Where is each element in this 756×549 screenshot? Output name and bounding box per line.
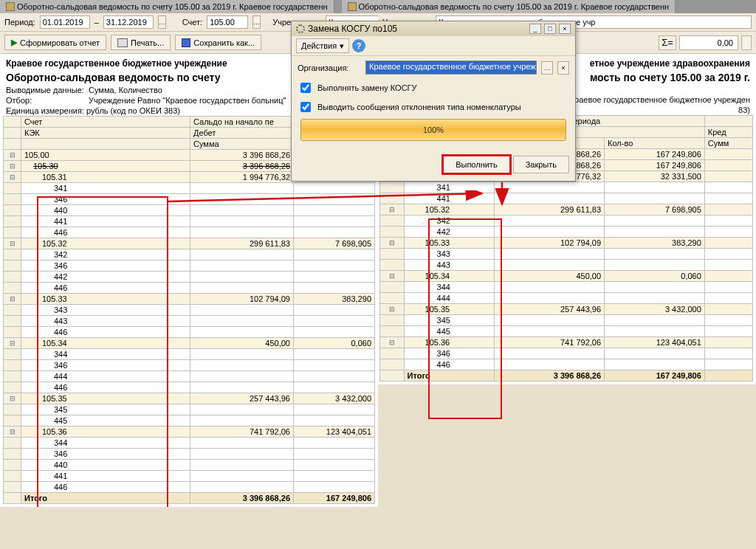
tree-toggle[interactable]: ⊟ xyxy=(4,427,21,438)
tree-toggle[interactable] xyxy=(4,404,21,415)
account-picker[interactable]: … xyxy=(252,15,261,29)
table-row[interactable]: 446 xyxy=(4,227,375,238)
tree-toggle[interactable] xyxy=(4,316,21,327)
tab-right[interactable]: Оборотно-сальдовая ведомость по счету 10… xyxy=(342,0,676,13)
tree-toggle[interactable] xyxy=(4,272,21,283)
form-report-button[interactable]: ▶Сформировать отчет xyxy=(4,35,106,50)
table-row[interactable]: 443 xyxy=(4,316,375,327)
table-row[interactable]: 441 xyxy=(4,471,375,482)
table-row[interactable]: 442 xyxy=(380,227,753,238)
tree-toggle[interactable] xyxy=(4,227,21,238)
tree-toggle[interactable] xyxy=(380,348,405,359)
table-row[interactable]: 442 xyxy=(4,272,375,283)
tree-toggle[interactable] xyxy=(4,194,21,205)
table-row[interactable]: 345 xyxy=(380,315,753,326)
tree-toggle[interactable]: ⊟ xyxy=(4,172,21,183)
period-picker[interactable]: … xyxy=(158,15,166,29)
table-row[interactable]: 445 xyxy=(4,415,375,427)
actions-menu[interactable]: Действия ▾ xyxy=(296,38,349,53)
table-row[interactable]: 445 xyxy=(380,326,753,337)
tree-toggle[interactable] xyxy=(4,438,21,449)
tree-toggle[interactable] xyxy=(380,293,405,304)
tree-toggle[interactable] xyxy=(4,327,21,338)
tree-toggle[interactable] xyxy=(380,227,405,238)
table-row[interactable]: 446 xyxy=(380,359,753,370)
table-row[interactable]: 444 xyxy=(4,371,375,382)
tree-toggle[interactable]: ⊟ xyxy=(4,338,21,349)
table-row[interactable]: 446 xyxy=(4,482,375,493)
sigma-dropdown[interactable] xyxy=(741,35,752,50)
table-row[interactable]: 441 xyxy=(380,193,753,204)
close-dialog-button[interactable]: Закрыть xyxy=(513,156,569,173)
tree-toggle[interactable]: ⊟ xyxy=(380,238,405,249)
table-row[interactable]: 341 xyxy=(380,182,753,193)
tree-toggle[interactable] xyxy=(4,283,21,294)
save-as-button[interactable]: Сохранить как... xyxy=(175,35,261,50)
table-row[interactable]: 344 xyxy=(380,282,753,293)
tree-toggle[interactable] xyxy=(380,326,405,337)
tree-toggle[interactable] xyxy=(380,315,405,326)
table-row[interactable]: 441 xyxy=(4,216,375,227)
table-row[interactable]: 443 xyxy=(380,260,753,271)
tree-toggle[interactable] xyxy=(4,415,21,427)
table-row[interactable]: 344 xyxy=(4,349,375,360)
tree-toggle[interactable] xyxy=(4,482,21,493)
maximize-button[interactable]: □ xyxy=(544,24,556,34)
close-button[interactable]: × xyxy=(559,24,571,34)
tree-toggle[interactable] xyxy=(4,360,21,371)
tree-toggle[interactable] xyxy=(4,183,21,194)
print-button[interactable]: Печать... xyxy=(111,35,171,50)
table-row[interactable]: 342 xyxy=(4,249,375,260)
table-row[interactable]: ⊟105.33102 794,09383,290 xyxy=(4,294,375,305)
table-row[interactable]: ⊟105.35257 443,963 432,000 xyxy=(380,304,753,315)
tree-toggle[interactable] xyxy=(4,471,21,482)
table-row[interactable]: ⊟105.34450,000,060 xyxy=(4,338,375,349)
table-row[interactable]: 343 xyxy=(380,249,753,260)
table-row[interactable]: 346 xyxy=(4,449,375,460)
tree-toggle[interactable] xyxy=(4,249,21,260)
table-row[interactable]: 344 xyxy=(4,438,375,449)
tree-toggle[interactable] xyxy=(4,382,21,393)
tree-toggle[interactable] xyxy=(4,349,21,360)
chk-show-messages[interactable] xyxy=(300,102,311,112)
table-row[interactable]: 346 xyxy=(4,194,375,205)
table-row[interactable]: 446 xyxy=(4,283,375,294)
table-row[interactable]: 346 xyxy=(4,360,375,371)
table-row[interactable]: 345 xyxy=(4,404,375,415)
tab-left[interactable]: Оборотно-сальдовая ведомость по счету 10… xyxy=(0,0,334,13)
tree-toggle[interactable] xyxy=(4,260,21,272)
date-to[interactable] xyxy=(103,15,154,29)
tree-toggle[interactable] xyxy=(4,205,21,216)
tree-toggle[interactable] xyxy=(380,359,405,370)
date-from[interactable] xyxy=(40,15,90,29)
tree-toggle[interactable]: ⊟ xyxy=(380,304,405,315)
table-row[interactable]: ⊟105.36741 792,06123 404,051 xyxy=(4,427,375,438)
tree-toggle[interactable] xyxy=(380,215,405,227)
sigma-button[interactable]: Σ= xyxy=(659,35,676,50)
tree-toggle[interactable]: ⊟ xyxy=(380,204,405,215)
table-row[interactable]: 446 xyxy=(4,327,375,338)
table-row[interactable]: 440 xyxy=(4,460,375,471)
tree-toggle[interactable] xyxy=(380,182,405,193)
table-row[interactable]: 446 xyxy=(4,382,375,393)
dlg-org-field[interactable]: Краевое государственное бюджетное учрежд… xyxy=(365,61,537,75)
help-button[interactable]: ? xyxy=(352,39,365,52)
minimize-button[interactable]: _ xyxy=(529,24,541,34)
tree-toggle[interactable]: ⊟ xyxy=(380,271,405,282)
table-row[interactable]: 440 xyxy=(4,205,375,216)
dlg-org-picker[interactable]: … xyxy=(541,61,553,75)
table-row[interactable]: ⊟105.33102 794,09383,290 xyxy=(380,238,753,249)
table-row[interactable]: ⊟105.32299 611,837 698,905 xyxy=(4,238,375,249)
tree-toggle[interactable] xyxy=(4,449,21,460)
table-row[interactable]: ⊟105.35257 443,963 432,000 xyxy=(4,393,375,404)
table-row[interactable]: 346 xyxy=(380,348,753,359)
tree-toggle[interactable]: ⊟ xyxy=(4,161,21,172)
tree-toggle[interactable]: ⊟ xyxy=(4,150,21,161)
tree-toggle[interactable]: ⊟ xyxy=(380,337,405,348)
tree-toggle[interactable]: ⊟ xyxy=(4,238,21,249)
table-row[interactable]: ⊟105.36741 792,06123 404,051 xyxy=(380,337,753,348)
table-row[interactable]: 342 xyxy=(380,215,753,227)
table-row[interactable]: ⊟105.34450,000,060 xyxy=(380,271,753,282)
table-row[interactable]: 346 xyxy=(4,260,375,272)
tree-toggle[interactable] xyxy=(4,216,21,227)
